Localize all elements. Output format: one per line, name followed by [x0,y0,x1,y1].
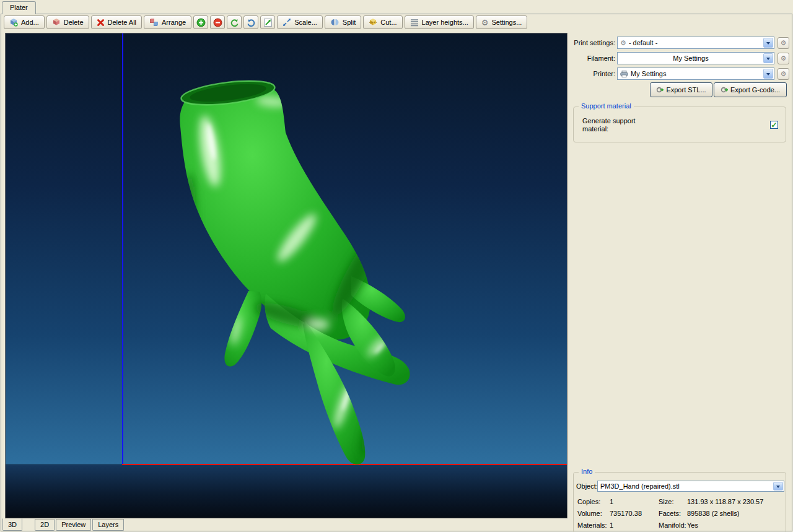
filament-combo[interactable]: My Settings [617,52,774,64]
hand-model[interactable] [6,33,567,518]
view-tab-preview-label: Preview [61,521,85,528]
increase-copies-button[interactable] [193,15,208,29]
change-scale-icon [263,18,273,27]
support-material-group-title: Support material [579,102,634,110]
rotate-ccw-icon [230,18,239,27]
checkmark-icon: ✓ [771,121,777,129]
support-material-group: Support material Generate support materi… [573,107,786,142]
export-stl-icon [656,86,664,94]
cut-button[interactable]: Cut... [363,15,402,29]
layer-heights-button[interactable]: Layer heights... [405,15,474,29]
cut-icon [369,18,377,27]
materials-label: Materials: [577,521,607,529]
export-gcode-label: Export G-code... [730,86,780,94]
manifold-value: Yes [687,521,698,529]
rotate-cw-icon [247,18,256,27]
print-settings-label: Print settings: [568,37,615,49]
split-button[interactable]: Split [325,15,361,29]
volume-label: Volume: [577,510,602,517]
export-stl-label: Export STL... [666,86,706,94]
printer-icon [620,71,628,77]
object-combo[interactable]: PM3D_Hand (repaired).stl [597,481,784,492]
view-tab-3d-label: 3D [8,521,17,528]
rotate-cw-button[interactable] [243,15,258,29]
view-tab-layers-label: Layers [98,521,118,528]
manifold-label: Manifold: [659,521,686,529]
rotate-ccw-button[interactable] [227,15,242,29]
size-label: Size: [659,498,673,505]
delete-object-icon [52,18,61,27]
cut-button-label: Cut... [380,19,396,26]
gear-icon: ⚙ [781,71,787,77]
layer-heights-button-label: Layer heights... [422,19,468,26]
copies-value: 1 [610,498,613,505]
change-scale-button[interactable] [260,15,275,29]
settings-button[interactable]: ⚙ Settings... [476,15,528,29]
gear-icon: ⚙ [781,55,787,62]
plus-icon [196,18,206,27]
generate-support-checkbox[interactable]: ✓ [770,121,778,129]
delete-button[interactable]: Delete [46,15,89,29]
delete-all-icon [97,19,105,27]
minus-icon [213,18,222,27]
view-tab-layers[interactable]: Layers [92,519,124,531]
export-gcode-icon [721,86,728,94]
add-button-label: Add... [21,19,39,26]
view-tab-preview[interactable]: Preview [56,519,91,531]
scale-icon [283,18,291,27]
print-settings-value: - default - [629,39,657,46]
view-tab-2d[interactable]: 2D [35,519,55,531]
tab-plater-label: Plater [10,4,28,11]
delete-all-button[interactable]: Delete All [91,15,142,29]
split-button-label: Split [343,19,356,26]
print-settings-dropdown-arrow[interactable] [763,38,773,48]
printer-edit-button[interactable]: ⚙ [778,68,789,80]
print-settings-gear-icon: ⚙ [620,40,626,46]
filament-value: My Settings [673,55,708,62]
printer-value: My Settings [631,70,666,77]
export-gcode-button[interactable]: Export G-code... [714,82,787,97]
facets-label: Facets: [659,510,681,517]
view-tab-3d[interactable]: 3D [2,518,22,531]
object-value: PM3D_Hand (repaired).stl [600,482,680,490]
arrange-icon [149,18,159,27]
filament-edit-button[interactable]: ⚙ [778,53,789,64]
add-object-icon [9,18,18,27]
info-group: Info Object: PM3D_Hand (repaired).stl Co… [573,472,786,532]
printer-dropdown-arrow[interactable] [763,69,773,79]
scale-button-label: Scale... [294,19,317,26]
arrange-button-label: Arrange [162,19,186,26]
object-label: Object: [576,482,598,490]
settings-button-label: Settings... [491,19,522,26]
delete-button-label: Delete [64,19,84,26]
toolbar: Add... Delete Delete All Arrange [4,15,527,30]
facets-value: 895838 (2 shells) [687,510,739,517]
filament-dropdown-arrow[interactable] [763,53,773,63]
export-stl-button[interactable]: Export STL... [650,82,712,97]
filament-label: Filament: [568,52,615,64]
arrange-button[interactable]: Arrange [144,15,191,29]
print-settings-combo[interactable]: ⚙ - default - [617,37,774,49]
tab-plater[interactable]: Plater [2,1,36,14]
view-tab-2d-label: 2D [40,521,49,528]
printer-combo[interactable]: My Settings [617,68,774,80]
3d-viewport[interactable] [5,33,567,518]
printer-label: Printer: [568,68,615,80]
generate-support-label: Generate support material: [582,117,657,133]
size-value: 131.93 x 118.87 x 230.57 [687,498,763,505]
print-settings-edit-button[interactable]: ⚙ [778,37,789,49]
info-group-title: Info [579,468,595,475]
object-dropdown-arrow[interactable] [773,482,783,491]
settings-gear-icon: ⚙ [481,19,489,27]
gear-icon: ⚙ [781,40,787,46]
split-icon [330,18,340,27]
materials-value: 1 [610,521,613,529]
add-button[interactable]: Add... [4,15,45,29]
scale-button[interactable]: Scale... [277,15,323,29]
layer-heights-icon [410,19,419,27]
volume-value: 735170.38 [610,510,642,517]
delete-all-button-label: Delete All [108,19,136,26]
decrease-copies-button[interactable] [210,15,225,29]
view-tab-bar: 3D 2D Preview Layers [2,519,125,531]
copies-label: Copies: [577,498,600,505]
